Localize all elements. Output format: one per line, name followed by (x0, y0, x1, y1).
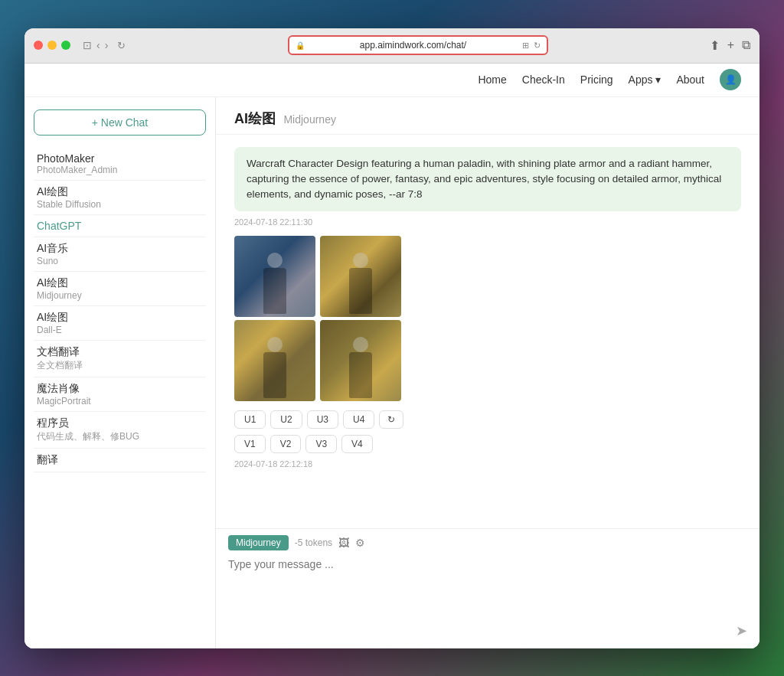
sidebar-item-subtitle-midjourney: Midjourney (37, 290, 203, 301)
nav-checkin[interactable]: Check-In (522, 73, 565, 86)
traffic-light-minimize[interactable] (47, 41, 57, 50)
send-area: ➤ (228, 622, 747, 639)
nav-apps[interactable]: Apps ▾ (629, 73, 662, 86)
chat-title: AI绘图 (234, 111, 276, 126)
browser-chrome: ⊡ ‹ › ↻ 🔒 app.aimindwork.com/chat/ ⊞ ↻ ⬆… (24, 28, 760, 64)
sidebar-item-subtitle-doc-translate: 全文档翻译 (37, 359, 203, 372)
page-content: Home Check-In Pricing Apps ▾ About 👤 + N… (24, 64, 760, 648)
generated-images (234, 236, 403, 401)
traffic-lights (34, 41, 70, 50)
variation-3-button[interactable]: V3 (305, 435, 337, 453)
new-tab-icon[interactable]: + (727, 38, 734, 52)
refresh-icon[interactable]: ↻ (117, 40, 126, 51)
sidebar-item-chatgpt[interactable]: ChatGPT (34, 215, 206, 237)
message-text: Warcraft Character Design featuring a hu… (247, 158, 721, 201)
lock-icon: 🔒 (296, 41, 305, 50)
variation-2-button[interactable]: V2 (270, 435, 302, 453)
token-info: -5 tokens (295, 537, 332, 548)
nav-about[interactable]: About (676, 73, 704, 86)
sidebar-item-subtitle-dalle: Dall-E (37, 325, 203, 335)
sidebar-item-title-midjourney: AI绘图 (37, 276, 203, 290)
reader-icon[interactable]: ⊞ (522, 41, 529, 51)
main-layout: + New Chat PhotoMaker PhotoMaker_Admin A… (24, 97, 760, 648)
message-timestamp-2: 2024-07-18 22:12:18 (234, 459, 741, 469)
chat-area: AI绘图 Midjourney Warcraft Character Desig… (216, 97, 760, 648)
tabs-icon[interactable]: ⧉ (742, 38, 750, 52)
refresh-area: ↻ (117, 40, 126, 51)
sidebar-item-title-dalle: AI绘图 (37, 311, 203, 325)
message-timestamp-1: 2024-07-18 22:11:30 (234, 217, 741, 227)
image-2[interactable] (320, 236, 401, 317)
address-bar[interactable]: 🔒 app.aimindwork.com/chat/ ⊞ ↻ (288, 35, 548, 55)
variation-4-button[interactable]: V4 (341, 435, 373, 453)
top-nav: Home Check-In Pricing Apps ▾ About 👤 (24, 64, 760, 97)
settings-icon[interactable]: ⚙ (355, 537, 365, 549)
refresh-button[interactable]: ↻ (379, 410, 403, 429)
upscale-1-button[interactable]: U1 (234, 410, 266, 429)
traffic-light-fullscreen[interactable] (61, 41, 70, 50)
sidebar-item-subtitle-photomaker: PhotoMaker_Admin (37, 165, 203, 175)
sidebar-item-doc-translate[interactable]: 文档翻译 全文档翻译 (34, 341, 206, 377)
sidebar-item-photomaker[interactable]: PhotoMaker PhotoMaker_Admin (34, 148, 206, 181)
user-message: Warcraft Character Design featuring a hu… (234, 147, 741, 212)
chat-input-toolbar: Midjourney -5 tokens 🖼 ⚙ (228, 535, 747, 550)
nav-home[interactable]: Home (478, 73, 506, 86)
image-upload-icon[interactable]: 🖼 (338, 537, 349, 549)
action-buttons-row1: U1 U2 U3 U4 ↻ (234, 410, 741, 429)
sidebar-item-ai-stable[interactable]: AI绘图 Stable Diffusion (34, 181, 206, 215)
sidebar-item-title-doc-translate: 文档翻译 (37, 345, 203, 359)
url-text: app.aimindwork.com/chat/ (309, 40, 518, 51)
chat-input-area: Midjourney -5 tokens 🖼 ⚙ ➤ (216, 528, 760, 648)
sidebar-toggle-icon[interactable]: ⊡ (83, 39, 92, 51)
chat-title-subtitle: Midjourney (283, 113, 335, 126)
browser-actions: ⬆ + ⧉ (710, 38, 750, 53)
upscale-3-button[interactable]: U3 (307, 410, 338, 429)
upscale-4-button[interactable]: U4 (343, 410, 374, 429)
sidebar-item-title-ai-stable: AI绘图 (37, 185, 203, 199)
sidebar-item-magic-portrait[interactable]: 魔法肖像 MagicPortrait (34, 377, 206, 412)
image-1[interactable] (234, 236, 315, 317)
sidebar-item-subtitle-programmer: 代码生成、解释、修BUG (37, 430, 203, 443)
sidebar: + New Chat PhotoMaker PhotoMaker_Admin A… (24, 97, 216, 648)
address-bar-container: 🔒 app.aimindwork.com/chat/ ⊞ ↻ (132, 35, 703, 55)
sidebar-item-title-programmer: 程序员 (37, 416, 203, 430)
sidebar-item-midjourney[interactable]: AI绘图 Midjourney (34, 272, 206, 306)
sidebar-item-title-magic-portrait: 魔法肖像 (37, 382, 203, 396)
chat-messages: Warcraft Character Design featuring a hu… (216, 135, 760, 528)
chat-input[interactable] (228, 555, 747, 616)
nav-avatar[interactable]: 👤 (720, 69, 741, 90)
traffic-light-close[interactable] (34, 41, 43, 50)
sidebar-item-title-translate: 翻译 (37, 453, 203, 467)
sidebar-item-subtitle-suno: Suno (37, 256, 203, 266)
image-3[interactable] (234, 320, 315, 401)
model-badge[interactable]: Midjourney (228, 535, 289, 550)
sidebar-item-title-photomaker: PhotoMaker (37, 152, 203, 165)
sidebar-item-dalle[interactable]: AI绘图 Dall-E (34, 306, 206, 341)
sidebar-item-programmer[interactable]: 程序员 代码生成、解释、修BUG (34, 412, 206, 449)
sidebar-item-subtitle-ai-stable: Stable Diffusion (37, 199, 203, 210)
sidebar-item-title-suno: AI音乐 (37, 242, 203, 256)
browser-controls: ⊡ ‹ › (83, 39, 108, 51)
image-4[interactable] (320, 320, 401, 401)
forward-icon[interactable]: › (105, 39, 109, 51)
reload-icon[interactable]: ↻ (534, 41, 541, 51)
sidebar-item-subtitle-magic-portrait: MagicPortrait (37, 396, 203, 407)
send-button[interactable]: ➤ (736, 622, 747, 639)
back-icon[interactable]: ‹ (96, 39, 100, 51)
sidebar-item-title-chatgpt: ChatGPT (37, 220, 203, 232)
browser-window: ⊡ ‹ › ↻ 🔒 app.aimindwork.com/chat/ ⊞ ↻ ⬆… (24, 28, 760, 648)
upscale-2-button[interactable]: U2 (270, 410, 302, 429)
share-icon[interactable]: ⬆ (710, 38, 720, 53)
nav-pricing[interactable]: Pricing (580, 73, 613, 86)
sidebar-item-suno[interactable]: AI音乐 Suno (34, 237, 206, 272)
new-chat-button[interactable]: + New Chat (34, 109, 206, 136)
variation-1-button[interactable]: V1 (234, 435, 266, 453)
sidebar-item-translate[interactable]: 翻译 (34, 449, 206, 472)
chat-header: AI绘图 Midjourney (216, 97, 760, 135)
action-buttons-row2: V1 V2 V3 V4 (234, 435, 741, 453)
